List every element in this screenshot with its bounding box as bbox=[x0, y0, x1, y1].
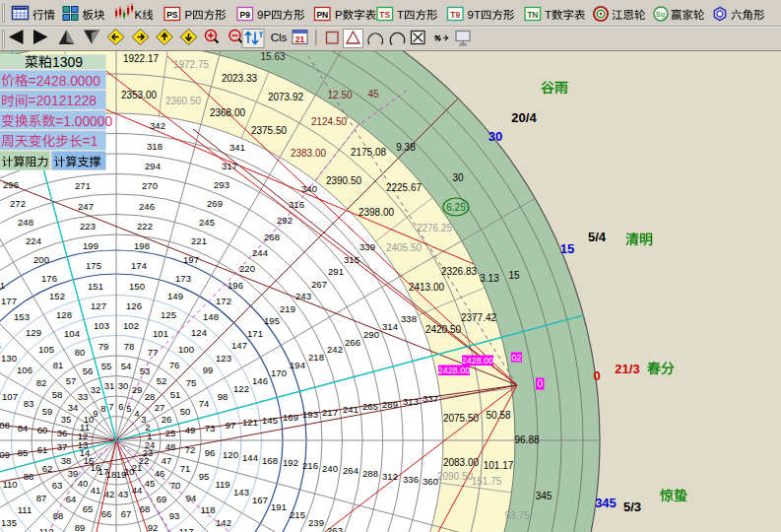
svg-text:221: 221 bbox=[191, 235, 207, 246]
svg-text:150: 150 bbox=[129, 281, 145, 292]
svg-text:2377.42: 2377.42 bbox=[461, 312, 497, 323]
svg-text:191: 191 bbox=[271, 501, 287, 512]
svg-text:94: 94 bbox=[186, 493, 197, 503]
svg-text:144: 144 bbox=[242, 452, 258, 463]
svg-text:0: 0 bbox=[593, 368, 600, 383]
svg-text:T: T bbox=[397, 9, 404, 21]
svg-text:102: 102 bbox=[123, 320, 139, 331]
svg-text:2390.50: 2390.50 bbox=[326, 175, 362, 186]
svg-text:337: 337 bbox=[423, 393, 438, 404]
svg-text:44: 44 bbox=[132, 485, 143, 496]
svg-text:74: 74 bbox=[199, 398, 210, 409]
svg-text:2428.00: 2428.00 bbox=[462, 356, 494, 366]
svg-text:2413.00: 2413.00 bbox=[409, 282, 445, 293]
svg-text:269: 269 bbox=[207, 198, 223, 209]
svg-text:92: 92 bbox=[148, 522, 159, 532]
svg-text:=1.00000: =1.00000 bbox=[55, 114, 112, 129]
svg-text:83: 83 bbox=[24, 398, 34, 409]
svg-text:2276.25: 2276.25 bbox=[417, 223, 453, 233]
svg-text:T9: T9 bbox=[450, 10, 460, 20]
svg-text:270: 270 bbox=[142, 180, 158, 191]
svg-text:59: 59 bbox=[42, 406, 53, 417]
svg-text:45: 45 bbox=[145, 478, 156, 489]
svg-text:5: 5 bbox=[126, 403, 131, 414]
svg-text:3: 3 bbox=[141, 414, 146, 425]
svg-text:148: 148 bbox=[203, 311, 219, 322]
svg-text:95: 95 bbox=[199, 471, 210, 482]
svg-text:288: 288 bbox=[362, 468, 378, 479]
svg-text:=20121228: =20121228 bbox=[29, 94, 98, 108]
svg-text:96: 96 bbox=[205, 447, 216, 458]
svg-text:34: 34 bbox=[68, 402, 79, 413]
svg-text:268: 268 bbox=[264, 232, 280, 242]
svg-text:199: 199 bbox=[83, 240, 98, 251]
svg-text:224: 224 bbox=[26, 235, 41, 246]
svg-text:77: 77 bbox=[148, 347, 159, 358]
svg-text:9P: 9P bbox=[257, 9, 271, 21]
svg-text:64: 64 bbox=[66, 494, 77, 504]
svg-text:5/4: 5/4 bbox=[588, 230, 607, 244]
svg-text:93: 93 bbox=[169, 510, 180, 521]
svg-text:20/4: 20/4 bbox=[511, 110, 537, 125]
svg-text:27: 27 bbox=[155, 402, 165, 413]
svg-text:174: 174 bbox=[131, 260, 147, 271]
svg-text:119: 119 bbox=[215, 479, 229, 490]
svg-text:12.50: 12.50 bbox=[327, 90, 352, 100]
svg-text:9T: 9T bbox=[468, 9, 481, 21]
svg-text:151.75: 151.75 bbox=[472, 476, 502, 487]
svg-text:173: 173 bbox=[175, 273, 191, 284]
svg-text:9.38: 9.38 bbox=[396, 142, 416, 153]
svg-text:2383.00: 2383.00 bbox=[291, 148, 327, 159]
svg-text:54: 54 bbox=[121, 361, 132, 371]
svg-text:245: 245 bbox=[199, 217, 215, 228]
svg-text:24: 24 bbox=[145, 439, 156, 450]
svg-text:315: 315 bbox=[344, 254, 359, 265]
svg-text:316: 316 bbox=[289, 199, 304, 210]
svg-text:PS: PS bbox=[166, 10, 178, 20]
svg-text:318: 318 bbox=[147, 141, 163, 152]
svg-text:60: 60 bbox=[37, 425, 48, 435]
svg-text:45: 45 bbox=[367, 89, 379, 100]
svg-text:345: 345 bbox=[595, 496, 617, 510]
svg-text:4: 4 bbox=[134, 408, 139, 419]
svg-text:339: 339 bbox=[359, 241, 375, 252]
svg-text:50.58: 50.58 bbox=[486, 410, 510, 421]
svg-text:296: 296 bbox=[3, 179, 19, 190]
svg-text:53: 53 bbox=[140, 366, 151, 376]
svg-text:87: 87 bbox=[36, 493, 47, 503]
svg-text:272: 272 bbox=[10, 198, 26, 209]
svg-text:220: 220 bbox=[239, 263, 255, 274]
svg-text:193: 193 bbox=[302, 409, 318, 420]
svg-text:28: 28 bbox=[145, 391, 156, 402]
svg-text:P: P bbox=[185, 9, 193, 21]
svg-text:342: 342 bbox=[150, 120, 165, 131]
svg-text:103: 103 bbox=[94, 320, 109, 331]
svg-text:246: 246 bbox=[139, 201, 155, 212]
svg-text:360: 360 bbox=[423, 476, 438, 487]
svg-text:169: 169 bbox=[283, 412, 298, 423]
svg-text:2353.00: 2353.00 bbox=[121, 90, 158, 100]
svg-text:107: 107 bbox=[2, 391, 18, 402]
svg-text:02: 02 bbox=[511, 353, 521, 363]
svg-text:111: 111 bbox=[18, 504, 32, 515]
svg-text:52: 52 bbox=[157, 375, 167, 386]
svg-text:217: 217 bbox=[322, 407, 338, 418]
svg-text:105: 105 bbox=[38, 344, 54, 355]
svg-text:51: 51 bbox=[170, 389, 181, 400]
svg-text:152: 152 bbox=[49, 291, 65, 301]
svg-text:66: 66 bbox=[101, 508, 112, 519]
svg-text:215: 215 bbox=[290, 509, 305, 520]
svg-text:70: 70 bbox=[170, 480, 181, 491]
svg-text:201: 201 bbox=[0, 280, 5, 291]
svg-text:62: 62 bbox=[42, 463, 53, 474]
svg-text:15.63: 15.63 bbox=[260, 51, 285, 62]
svg-text:194: 194 bbox=[290, 360, 305, 370]
svg-text:223: 223 bbox=[80, 221, 96, 232]
svg-text:167: 167 bbox=[252, 495, 268, 505]
svg-text:2225.67: 2225.67 bbox=[386, 182, 423, 193]
svg-text:170: 170 bbox=[271, 367, 287, 378]
svg-text:PN: PN bbox=[316, 10, 328, 20]
svg-text:2398.00: 2398.00 bbox=[358, 207, 395, 218]
svg-text:76: 76 bbox=[169, 360, 180, 370]
svg-text:97: 97 bbox=[226, 420, 236, 431]
